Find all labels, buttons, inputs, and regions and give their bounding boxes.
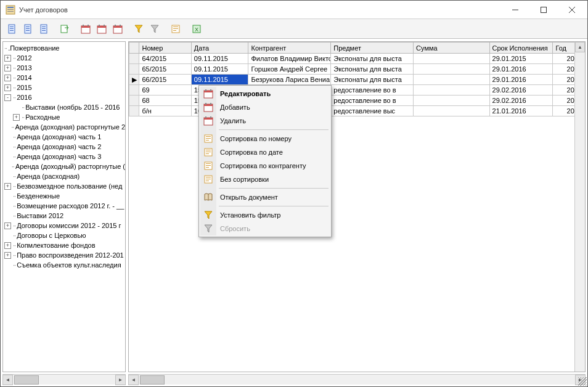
table-cell[interactable]: [414, 96, 490, 106]
toolbar-cal-red-1-button[interactable]: [78, 22, 93, 36]
column-header[interactable]: Сумма: [414, 43, 490, 54]
maximize-button[interactable]: [529, 1, 558, 18]
expander-icon[interactable]: +: [4, 65, 11, 71]
expander-icon[interactable]: +: [4, 55, 11, 62]
table-cell[interactable]: 29.01.2016: [489, 64, 553, 75]
table-cell[interactable]: Филатов Владимир Викто: [248, 54, 331, 64]
toolbar-excel-export-button[interactable]: X: [189, 22, 204, 36]
menu-item[interactable]: Сортировка по контрагенту: [200, 159, 330, 173]
column-header[interactable]: Контрагент: [248, 43, 331, 54]
scroll-thumb[interactable]: [140, 375, 165, 385]
table-cell[interactable]: 66/2015: [139, 75, 191, 85]
toolbar-cal-red-2-button[interactable]: [94, 22, 109, 36]
table-cell[interactable]: 69: [139, 85, 191, 96]
expander-icon[interactable]: +: [13, 114, 20, 121]
column-header[interactable]: Предмет: [331, 43, 414, 54]
scroll-thumb[interactable]: [14, 375, 39, 385]
column-header[interactable]: Номер: [139, 43, 191, 54]
tree-item[interactable]: ··Безденежные: [3, 191, 125, 201]
table-cell[interactable]: Безрукова Лариса Вениа: [248, 75, 331, 85]
column-header[interactable]: Дата: [191, 43, 248, 54]
tree-item[interactable]: +··Договоры комиссии 2012 - 2015 г: [3, 221, 125, 230]
tree-item[interactable]: +··Право воспроизведения 2012-201: [3, 250, 125, 260]
tree-root[interactable]: ··.Пожертвование: [3, 43, 125, 53]
tree-item[interactable]: +··Копмлектование фондов: [3, 240, 125, 250]
tree-item[interactable]: +··2012: [3, 53, 125, 63]
menu-item[interactable]: Удалить: [200, 114, 330, 128]
table-cell[interactable]: 09.11.2015: [191, 54, 248, 64]
table-cell[interactable]: [414, 85, 490, 96]
table-cell[interactable]: 64/2015: [139, 54, 191, 64]
table-cell[interactable]: Экспонаты для выста: [331, 75, 414, 85]
grid-h-scroll[interactable]: ◄ ►: [128, 374, 586, 385]
expander-icon[interactable]: -: [4, 94, 11, 101]
tree-item[interactable]: ··Съемка объектов культ.наследия: [3, 260, 125, 270]
table-cell[interactable]: 29.02.2016: [489, 96, 553, 106]
toolbar-doc-green-arrow-button[interactable]: [57, 22, 72, 36]
tree-item[interactable]: ··Возмещение расходов 2012 г. - __: [3, 201, 125, 211]
toolbar-sort-sheet-button[interactable]: [168, 22, 183, 36]
table-cell[interactable]: б/н: [139, 106, 191, 116]
vertical-scrollbar[interactable]: ▲: [574, 42, 585, 372]
menu-item[interactable]: Сортировка по дате: [200, 145, 330, 159]
table-row[interactable]: б/н16.1редоставление выс21.01.20162015: [129, 106, 585, 116]
contracts-table[interactable]: НомерДатаКонтрагентПредметСуммаСрок Испо…: [129, 42, 585, 116]
table-row[interactable]: 6815.1редоставление во в29.02.20162015: [129, 96, 585, 106]
table-row[interactable]: 6915.1редоставление во в29.02.20162015: [129, 85, 585, 96]
table-row[interactable]: 65/201509.11.2015Горшков Андрей СергееЭк…: [129, 64, 585, 75]
tree-item[interactable]: ··Аренда (доходная) часть 3: [3, 152, 125, 161]
expander-icon[interactable]: +: [4, 84, 11, 91]
resize-grip[interactable]: [578, 377, 587, 386]
table-cell[interactable]: Экспонаты для выста: [331, 64, 414, 75]
scroll-up-icon[interactable]: ▲: [575, 42, 585, 52]
toolbar-doc-blue-2-button[interactable]: [20, 22, 35, 36]
expander-icon[interactable]: +: [4, 75, 11, 81]
tree-item[interactable]: ··Аренда (расходная): [3, 171, 125, 181]
table-row[interactable]: ▶66/201509.11.2015Безрукова Лариса Вениа…: [129, 75, 585, 85]
toolbar-doc-blue-1-button[interactable]: [4, 22, 19, 36]
menu-item[interactable]: Открыть документ: [200, 190, 330, 204]
menu-item[interactable]: Редактировать: [200, 87, 330, 100]
tree-item[interactable]: ··Аренда (доходная) расторгнутые 2: [3, 122, 125, 132]
tree-scroll[interactable]: ··.Пожертвование+··2012+··2013+··2014+··…: [3, 42, 125, 372]
table-cell[interactable]: 29.01.2015: [489, 54, 553, 64]
table-cell[interactable]: 09.11.2015: [191, 75, 248, 85]
expander-icon[interactable]: +: [4, 222, 11, 229]
table-cell[interactable]: 29.02.2016: [489, 85, 553, 96]
tree-item[interactable]: ··Выставки (ноябрь 2015 - 2016: [3, 102, 125, 112]
toolbar-cal-red-3-button[interactable]: [110, 22, 125, 36]
table-cell[interactable]: 68: [139, 96, 191, 106]
menu-item[interactable]: Сортировка по номеру: [200, 132, 330, 145]
table-cell[interactable]: Экспонаты для выста: [331, 54, 414, 64]
table-cell[interactable]: 21.01.2016: [489, 106, 553, 116]
tree-h-scroll[interactable]: ◄ ►: [2, 374, 126, 385]
table-cell[interactable]: редоставление во в: [331, 85, 414, 96]
tree-item[interactable]: +··Безвозмездное пользование (нед: [3, 181, 125, 191]
table-cell[interactable]: 29.01.2016: [489, 75, 553, 85]
tree-item[interactable]: +··2013: [3, 63, 125, 73]
toolbar-filter-grey-button[interactable]: [147, 22, 162, 36]
tree-item[interactable]: ··Аренда (доходная) часть 1: [3, 132, 125, 142]
toolbar-doc-blue-3-button[interactable]: [36, 22, 51, 36]
table-row[interactable]: 64/201509.11.2015Филатов Владимир ВиктоЭ…: [129, 54, 585, 64]
menu-item[interactable]: Добавить: [200, 100, 330, 114]
table-cell[interactable]: 65/2015: [139, 64, 191, 75]
table-cell[interactable]: [414, 64, 490, 75]
toolbar-filter-yellow-button[interactable]: [131, 22, 146, 36]
table-cell[interactable]: редоставление выс: [331, 106, 414, 116]
table-cell[interactable]: 09.11.2015: [191, 64, 248, 75]
table-cell[interactable]: редоставление во в: [331, 96, 414, 106]
tree-item[interactable]: ··Аренда (доходная) часть 2: [3, 142, 125, 152]
tree-item[interactable]: ··Договоры с Церковью: [3, 230, 125, 240]
close-button[interactable]: [558, 1, 586, 18]
table-cell[interactable]: [414, 54, 490, 64]
scroll-left-icon[interactable]: ◄: [2, 375, 13, 385]
table-cell[interactable]: [414, 106, 490, 116]
minimize-button[interactable]: [501, 1, 529, 18]
tree-item[interactable]: ··Аренда (доходный) расторгнутые (: [3, 161, 125, 171]
scroll-right-icon[interactable]: ►: [115, 375, 126, 385]
table-cell[interactable]: Горшков Андрей Сергее: [248, 64, 331, 75]
scroll-left-icon[interactable]: ◄: [128, 375, 139, 385]
table-cell[interactable]: [414, 75, 490, 85]
expander-icon[interactable]: +: [4, 252, 11, 259]
